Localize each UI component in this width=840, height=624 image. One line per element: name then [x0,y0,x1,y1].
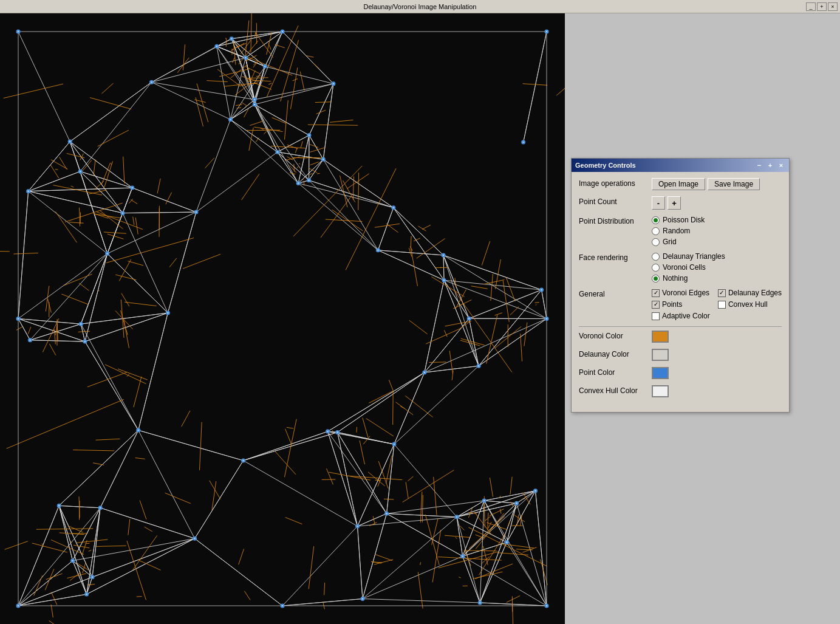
panel-title-controls: − + × [755,162,785,169]
face-rendering-label: Face rendering [579,252,652,262]
panel-title: Geometry Controls [575,162,636,169]
radio-nothing[interactable]: Nothing [652,274,725,283]
checkbox-delaunay-edges[interactable]: Delaunay Edges [718,289,782,297]
checkbox-voronoi-edges-box [652,289,660,297]
checkbox-delaunay-edges-box [718,289,726,297]
divider [579,326,782,327]
checkbox-convex-hull-box [718,301,726,309]
radio-nothing-label: Nothing [663,274,688,283]
convex-hull-color-label: Convex Hull Color [579,385,652,395]
radio-grid-circle [652,238,660,246]
radio-random-label: Random [663,227,690,235]
radio-poisson[interactable]: Poisson Disk [652,216,705,224]
image-operations-label: Image operations [579,178,652,188]
general-controls: Voronoi Edges Delaunay Edges Points Conv… [652,289,782,320]
image-operations-controls: Open Image Save Image [652,178,782,190]
voronoi-color-controls [652,331,782,343]
convex-hull-color-swatch[interactable] [652,385,669,397]
radio-random-circle [652,227,660,235]
point-count-minus[interactable]: - [652,196,665,210]
radio-nothing-circle [652,275,660,283]
radio-poisson-label: Poisson Disk [663,216,705,224]
general-checkbox-group: Voronoi Edges Delaunay Edges Points Conv… [652,289,782,320]
convex-hull-color-row: Convex Hull Color [579,385,782,397]
point-distribution-controls: Poisson Disk Random Grid [652,216,782,246]
point-color-row: Point Color [579,367,782,379]
point-count-row: Point Count - + [579,196,782,210]
radio-delaunay-circle [652,253,660,261]
radio-delaunay-triangles[interactable]: Delaunay Triangles [652,252,725,261]
control-panel: Geometry Controls − + × Image operations… [571,158,790,413]
title-bar-controls: _ + × [806,2,838,11]
convex-hull-color-controls [652,385,782,397]
face-rendering-controls: Delaunay Triangles Voronoi Cells Nothing [652,252,782,283]
image-operations-row: Image operations Open Image Save Image [579,178,782,190]
checkbox-points-box [652,301,660,309]
checkbox-points-label: Points [662,300,682,309]
radio-voronoi-circle [652,264,660,272]
checkbox-adaptive-color-box [652,312,660,320]
point-distribution-row: Point Distribution Poisson Disk Random G… [579,216,782,246]
checkbox-adaptive-color[interactable]: Adaptive Color [652,312,712,320]
point-count-plus[interactable]: + [668,196,681,210]
checkbox-voronoi-edges-label: Voronoi Edges [662,289,709,297]
radio-poisson-circle [652,216,660,224]
face-rendering-group: Delaunay Triangles Voronoi Cells Nothing [652,252,725,283]
open-image-button[interactable]: Open Image [652,178,705,190]
checkbox-convex-hull[interactable]: Convex Hull [718,300,782,309]
radio-grid-label: Grid [663,238,677,246]
point-distribution-group: Poisson Disk Random Grid [652,216,705,246]
close-button[interactable]: × [828,2,838,11]
checkbox-adaptive-color-label: Adaptive Color [662,312,710,320]
checkbox-delaunay-edges-label: Delaunay Edges [728,289,782,297]
save-image-button[interactable]: Save Image [708,178,760,190]
voronoi-color-label: Voronoi Color [579,331,652,340]
checkbox-voronoi-edges[interactable]: Voronoi Edges [652,289,712,297]
voronoi-color-row: Voronoi Color [579,331,782,343]
panel-close-button[interactable]: × [777,162,785,169]
point-count-label: Point Count [579,196,652,206]
point-color-controls [652,367,782,379]
maximize-button[interactable]: + [817,2,827,11]
delaunay-color-label: Delaunay Color [579,349,652,358]
point-distribution-label: Point Distribution [579,216,652,225]
checkbox-points[interactable]: Points [652,300,712,309]
window-title: Delaunay/Voronoi Image Manipulation [364,3,477,10]
main-canvas[interactable] [0,13,565,624]
panel-title-bar: Geometry Controls − + × [572,159,789,172]
radio-voronoi-label: Voronoi Cells [663,263,706,272]
radio-random[interactable]: Random [652,227,705,235]
panel-minimize-button[interactable]: − [755,162,763,169]
general-row: General Voronoi Edges Delaunay Edges Poi… [579,289,782,320]
checkbox-convex-hull-label: Convex Hull [728,300,768,309]
point-color-swatch[interactable] [652,367,669,379]
general-label: General [579,289,652,298]
radio-grid[interactable]: Grid [652,238,705,246]
point-color-label: Point Color [579,367,652,377]
canvas-area [0,13,565,624]
radio-delaunay-label: Delaunay Triangles [663,252,725,261]
radio-voronoi-cells[interactable]: Voronoi Cells [652,263,725,272]
minimize-button[interactable]: _ [806,2,816,11]
face-rendering-row: Face rendering Delaunay Triangles Vorono… [579,252,782,283]
panel-maximize-button[interactable]: + [766,162,774,169]
delaunay-color-row: Delaunay Color [579,349,782,361]
delaunay-color-swatch[interactable] [652,349,669,361]
voronoi-color-swatch[interactable] [652,331,669,343]
delaunay-color-controls [652,349,782,361]
title-bar: Delaunay/Voronoi Image Manipulation _ + … [0,0,840,13]
panel-body: Image operations Open Image Save Image P… [572,172,789,412]
point-count-controls: - + [652,196,782,210]
